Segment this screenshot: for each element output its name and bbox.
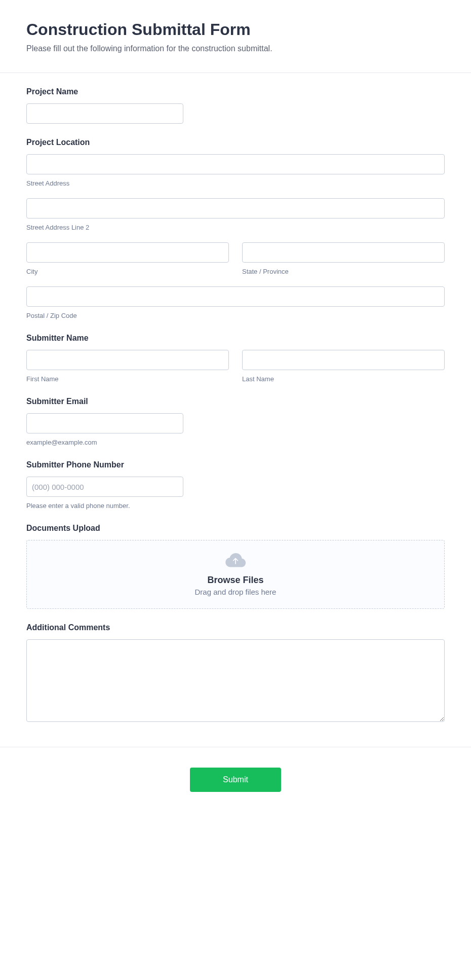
postal-sublabel: Postal / Zip Code [26, 312, 445, 319]
submitter-phone-label: Submitter Phone Number [26, 460, 445, 469]
comments-group: Additional Comments [26, 623, 445, 724]
submitter-name-label: Submitter Name [26, 334, 445, 343]
first-name-sublabel: First Name [26, 375, 229, 383]
upload-dropzone[interactable]: Browse Files Drag and drop files here [26, 540, 445, 609]
project-name-input[interactable] [26, 103, 183, 124]
email-sublabel: example@example.com [26, 439, 445, 446]
street-address-2-sublabel: Street Address Line 2 [26, 224, 445, 231]
city-input[interactable] [26, 242, 229, 263]
page-subtitle: Please fill out the following informatio… [26, 44, 445, 53]
state-input[interactable] [242, 242, 445, 263]
page-title: Construction Submittal Form [26, 20, 445, 39]
form-footer: Submit [0, 747, 471, 812]
last-name-input[interactable] [242, 350, 445, 370]
phone-sublabel: Please enter a valid phone number. [26, 502, 445, 510]
email-input[interactable] [26, 413, 183, 433]
project-location-group: Project Location Street Address Street A… [26, 138, 445, 319]
documents-upload-label: Documents Upload [26, 524, 445, 533]
phone-input[interactable] [26, 477, 183, 497]
browse-files-text: Browse Files [37, 575, 434, 586]
comments-label: Additional Comments [26, 623, 445, 632]
state-sublabel: State / Province [242, 268, 445, 275]
comments-textarea[interactable] [26, 639, 445, 722]
first-name-input[interactable] [26, 350, 229, 370]
street-address-sublabel: Street Address [26, 179, 445, 187]
project-location-label: Project Location [26, 138, 445, 147]
postal-input[interactable] [26, 286, 445, 307]
submitter-email-group: Submitter Email example@example.com [26, 397, 445, 446]
submit-button[interactable]: Submit [190, 768, 281, 792]
form-container: Construction Submittal Form Please fill … [0, 0, 471, 812]
form-header: Construction Submittal Form Please fill … [0, 0, 471, 73]
city-sublabel: City [26, 268, 229, 275]
submitter-name-group: Submitter Name First Name Last Name [26, 334, 445, 383]
form-body: Project Name Project Location Street Add… [0, 73, 471, 747]
upload-cloud-icon [225, 552, 246, 570]
street-address-input[interactable] [26, 154, 445, 174]
submitter-email-label: Submitter Email [26, 397, 445, 406]
street-address-2-input[interactable] [26, 198, 445, 219]
drag-drop-text: Drag and drop files here [37, 588, 434, 596]
submitter-phone-group: Submitter Phone Number Please enter a va… [26, 460, 445, 510]
documents-upload-group: Documents Upload Browse Files Drag and d… [26, 524, 445, 609]
project-name-group: Project Name [26, 87, 445, 124]
last-name-sublabel: Last Name [242, 375, 445, 383]
project-name-label: Project Name [26, 87, 445, 96]
